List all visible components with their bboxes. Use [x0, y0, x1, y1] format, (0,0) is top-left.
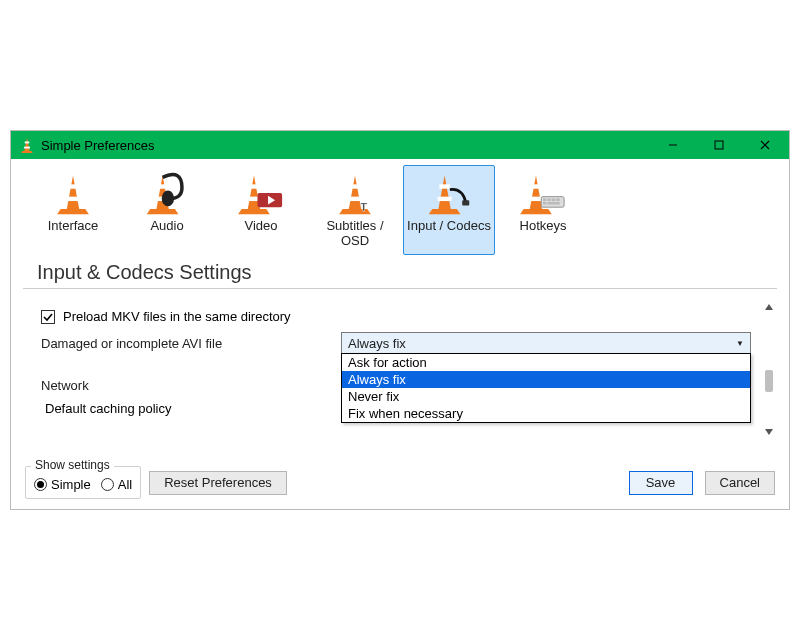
settings-content-wrap: Preload MKV files in the same directory …	[11, 289, 789, 446]
svg-rect-42	[543, 202, 547, 205]
svg-rect-29	[439, 184, 450, 188]
preload-label[interactable]: Preload MKV files in the same directory	[63, 309, 291, 324]
window-maximize-button[interactable]	[699, 131, 739, 159]
svg-rect-13	[157, 184, 168, 188]
tab-label: Subtitles / OSD	[312, 218, 398, 248]
avi-label: Damaged or incomplete AVI file	[41, 336, 341, 351]
avi-option[interactable]: Fix when necessary	[342, 405, 750, 422]
reset-preferences-button[interactable]: Reset Preferences	[149, 471, 287, 495]
radio-icon	[101, 478, 114, 491]
svg-marker-33	[530, 176, 542, 209]
scroll-down-icon[interactable]	[761, 424, 777, 440]
svg-marker-44	[765, 304, 773, 310]
radio-label: All	[118, 477, 132, 492]
show-settings-legend: Show settings	[31, 458, 114, 472]
svg-rect-24	[350, 184, 361, 188]
svg-rect-43	[547, 202, 559, 205]
tab-label: Video	[218, 218, 304, 233]
radio-label: Simple	[51, 477, 91, 492]
avi-row: Damaged or incomplete AVI file Always fi…	[41, 332, 755, 354]
svg-marker-28	[438, 176, 450, 209]
svg-rect-41	[556, 198, 560, 201]
avi-option-selected[interactable]: Always fix	[342, 371, 750, 388]
scroll-track[interactable]	[765, 315, 773, 424]
radio-simple[interactable]: Simple	[34, 477, 91, 492]
radio-all[interactable]: All	[101, 477, 132, 492]
svg-marker-3	[21, 151, 33, 153]
avi-option[interactable]: Never fix	[342, 388, 750, 405]
svg-rect-5	[715, 141, 723, 149]
cancel-button[interactable]: Cancel	[705, 471, 775, 495]
svg-marker-8	[67, 176, 79, 209]
svg-rect-30	[438, 197, 452, 201]
tab-label: Input / Codecs	[406, 218, 492, 233]
scroll-up-icon[interactable]	[761, 299, 777, 315]
save-button[interactable]: Save	[629, 471, 693, 495]
tab-label: Hotkeys	[500, 218, 586, 233]
avi-option[interactable]: Ask for action	[342, 354, 750, 371]
svg-rect-38	[543, 198, 547, 201]
svg-rect-1	[25, 141, 29, 143]
svg-point-16	[162, 190, 174, 206]
svg-marker-20	[238, 209, 270, 214]
avi-dropdown[interactable]: Ask for action Always fix Never fix Fix …	[341, 353, 751, 423]
window-minimize-button[interactable]	[653, 131, 693, 159]
svg-rect-18	[249, 184, 260, 188]
preload-checkbox[interactable]	[41, 310, 55, 324]
svg-rect-34	[531, 184, 542, 188]
preload-row: Preload MKV files in the same directory	[41, 309, 755, 324]
window-close-button[interactable]	[745, 131, 785, 159]
tab-input-codecs[interactable]: Input / Codecs	[403, 165, 495, 255]
svg-marker-23	[349, 176, 361, 209]
svg-rect-39	[547, 198, 551, 201]
tab-interface[interactable]: Interface	[27, 165, 119, 255]
vertical-scrollbar[interactable]	[761, 299, 777, 440]
tab-label: Audio	[124, 218, 210, 233]
tab-hotkeys[interactable]: Hotkeys	[497, 165, 589, 255]
tab-video[interactable]: Video	[215, 165, 307, 255]
svg-marker-15	[147, 209, 179, 214]
avi-combo-value: Always fix	[348, 336, 406, 351]
window-title: Simple Preferences	[41, 138, 647, 153]
svg-rect-2	[24, 147, 30, 149]
preferences-window: Simple Preferences Interface Audio Video…	[10, 130, 790, 510]
settings-content: Preload MKV files in the same directory …	[23, 295, 759, 446]
vlc-app-icon	[19, 137, 35, 153]
svg-marker-11	[57, 209, 89, 214]
scroll-thumb[interactable]	[765, 370, 773, 392]
svg-marker-36	[520, 209, 552, 214]
category-tabs: Interface Audio Video T Subtitles / OSD …	[11, 159, 789, 259]
tab-label: Interface	[30, 218, 116, 233]
svg-rect-10	[66, 197, 80, 201]
radio-icon	[34, 478, 47, 491]
tab-subtitles[interactable]: T Subtitles / OSD	[309, 165, 401, 255]
svg-text:T: T	[360, 201, 367, 213]
svg-marker-31	[429, 209, 461, 214]
svg-rect-37	[541, 197, 564, 208]
tab-audio[interactable]: Audio	[121, 165, 213, 255]
svg-rect-9	[68, 184, 79, 188]
footer: Show settings Simple All Reset Preferenc…	[11, 446, 789, 509]
titlebar: Simple Preferences	[11, 131, 789, 159]
svg-marker-45	[765, 429, 773, 435]
avi-combo[interactable]: Always fix ▼	[341, 332, 751, 354]
svg-rect-32	[462, 200, 469, 205]
svg-marker-0	[24, 138, 29, 151]
dropdown-caret-icon: ▼	[736, 339, 744, 348]
svg-rect-40	[552, 198, 556, 201]
page-heading: Input & Codecs Settings	[23, 259, 777, 289]
